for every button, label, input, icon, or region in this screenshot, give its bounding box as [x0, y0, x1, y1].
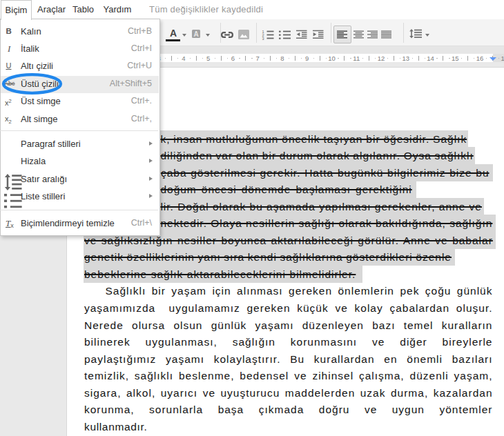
svg-text:3: 3	[262, 36, 264, 39]
